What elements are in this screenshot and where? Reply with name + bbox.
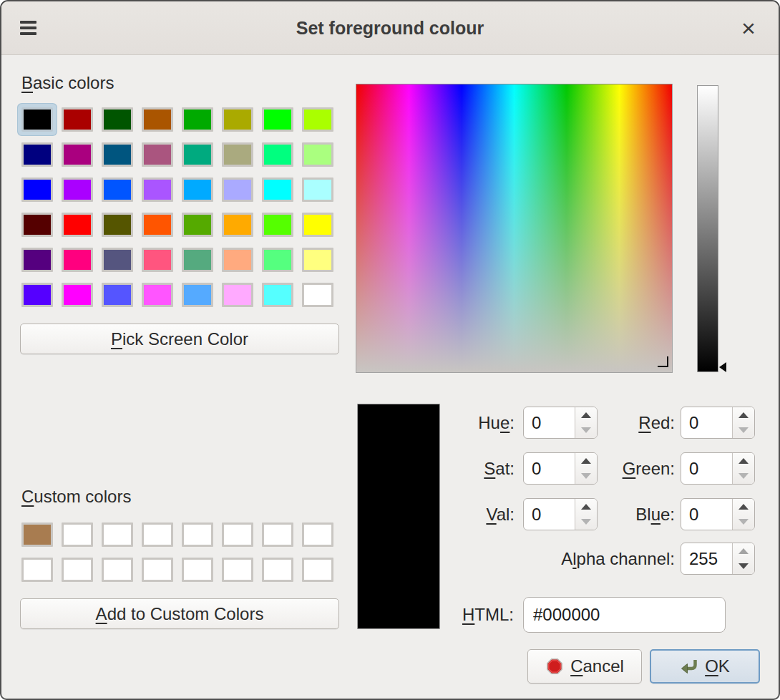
color-swatch[interactable] (222, 142, 253, 167)
color-swatch[interactable] (62, 248, 93, 272)
spin-up-button[interactable] (733, 499, 754, 515)
color-swatch[interactable] (62, 558, 93, 582)
color-swatch[interactable] (262, 522, 293, 547)
color-swatch[interactable] (21, 178, 53, 202)
color-swatch-fill (184, 215, 211, 235)
color-swatch[interactable] (262, 558, 293, 582)
color-swatch[interactable] (21, 558, 53, 582)
color-swatch[interactable] (302, 283, 333, 307)
color-swatch[interactable] (62, 142, 93, 167)
alpha-spinbox[interactable]: 255 (681, 543, 755, 575)
color-swatch[interactable] (262, 178, 293, 202)
color-swatch[interactable] (102, 248, 133, 272)
color-swatch[interactable] (62, 283, 93, 307)
close-icon[interactable]: × (736, 11, 761, 44)
value-luminance-slider[interactable] (697, 85, 718, 372)
html-hex-input[interactable] (523, 597, 726, 633)
color-swatch[interactable] (142, 558, 173, 582)
color-swatch[interactable] (182, 213, 213, 237)
color-swatch[interactable] (62, 522, 93, 547)
color-swatch-fill (144, 110, 171, 130)
hue-saturation-field[interactable] (356, 84, 673, 373)
color-swatch[interactable] (222, 213, 253, 237)
color-swatch[interactable] (102, 142, 133, 167)
color-swatch[interactable] (182, 248, 213, 272)
color-swatch[interactable] (222, 107, 253, 132)
color-swatch[interactable] (262, 213, 293, 237)
color-swatch[interactable] (21, 107, 53, 132)
color-swatch[interactable] (262, 248, 293, 272)
color-swatch[interactable] (182, 558, 213, 582)
color-swatch[interactable] (262, 142, 293, 167)
color-swatch[interactable] (102, 107, 133, 132)
color-swatch[interactable] (142, 142, 173, 167)
color-swatch[interactable] (182, 107, 213, 132)
color-swatch[interactable] (142, 178, 173, 202)
color-swatch[interactable] (302, 107, 333, 132)
color-swatch[interactable] (142, 248, 173, 272)
blue-spinbox-value[interactable]: 0 (681, 499, 732, 530)
color-swatch[interactable] (21, 522, 53, 547)
value-slider-arrow-icon[interactable] (719, 362, 726, 372)
color-swatch[interactable] (182, 142, 213, 167)
color-swatch-fill (264, 560, 291, 580)
color-swatch[interactable] (302, 213, 333, 237)
spin-down-button[interactable] (733, 515, 754, 530)
color-swatch[interactable] (302, 178, 333, 202)
color-swatch[interactable] (102, 522, 133, 547)
color-swatch[interactable] (222, 558, 253, 582)
red-spinbox-value[interactable]: 0 (681, 407, 732, 438)
color-swatch[interactable] (262, 283, 293, 307)
green-spinbox[interactable]: 0 (681, 452, 755, 485)
color-dialog-window: Set foreground colour × Basic colors Pic… (0, 0, 780, 700)
color-swatch[interactable] (222, 283, 253, 307)
cancel-button[interactable]: Cancel (527, 649, 642, 684)
color-swatch[interactable] (302, 522, 333, 547)
color-swatch-fill (64, 110, 91, 130)
green-spinbox-value[interactable]: 0 (681, 453, 732, 484)
custom-colors-grid (21, 522, 333, 582)
color-swatch[interactable] (142, 107, 173, 132)
spin-up-button[interactable] (733, 543, 754, 559)
pick-screen-color-button[interactable]: Pick Screen Color (20, 324, 339, 354)
color-swatch[interactable] (62, 107, 93, 132)
color-swatch[interactable] (262, 107, 293, 132)
color-swatch[interactable] (222, 522, 253, 547)
alpha-spinbox-value[interactable]: 255 (681, 543, 732, 574)
spin-down-button[interactable] (733, 423, 754, 439)
arrow-down-icon (738, 519, 749, 525)
add-to-custom-colors-button[interactable]: Add to Custom Colors (20, 598, 339, 629)
ok-button[interactable]: OK (650, 649, 760, 684)
spin-up-button[interactable] (733, 407, 754, 423)
spin-down-button[interactable] (733, 559, 754, 575)
color-swatch[interactable] (21, 248, 53, 272)
color-swatch[interactable] (222, 178, 253, 202)
color-swatch[interactable] (102, 558, 133, 582)
color-swatch[interactable] (21, 142, 53, 167)
color-swatch[interactable] (222, 248, 253, 272)
spin-down-button[interactable] (733, 469, 754, 485)
color-swatch[interactable] (21, 283, 53, 307)
blue-spinbox[interactable]: 0 (681, 498, 755, 530)
spin-up-button[interactable] (733, 453, 754, 469)
color-swatch[interactable] (21, 213, 53, 237)
color-swatch[interactable] (102, 283, 133, 307)
color-swatch[interactable] (302, 558, 333, 582)
label-text: asic colors (33, 73, 114, 92)
color-swatch[interactable] (182, 178, 213, 202)
red-spinbox[interactable]: 0 (681, 407, 755, 439)
color-swatch[interactable] (182, 283, 213, 307)
color-swatch-fill (224, 250, 251, 270)
color-swatch[interactable] (142, 522, 173, 547)
color-swatch[interactable] (142, 283, 173, 307)
color-swatch[interactable] (102, 178, 133, 202)
color-swatch[interactable] (302, 248, 333, 272)
color-swatch[interactable] (182, 522, 213, 547)
color-swatch[interactable] (62, 178, 93, 202)
color-swatch[interactable] (62, 213, 93, 237)
color-swatch-fill (184, 285, 211, 305)
color-swatch[interactable] (302, 142, 333, 167)
color-crosshair-marker[interactable] (658, 366, 668, 367)
color-swatch[interactable] (142, 213, 173, 237)
color-swatch[interactable] (102, 213, 133, 237)
